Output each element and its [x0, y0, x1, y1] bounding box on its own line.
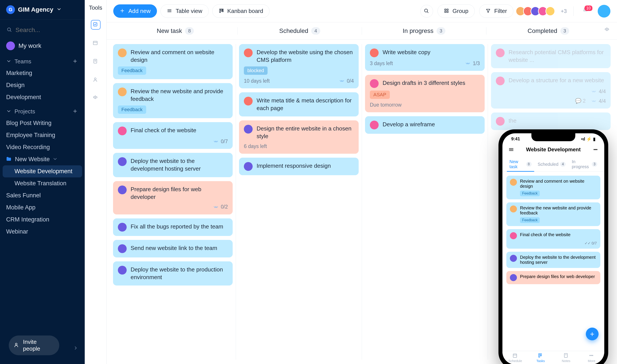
search-input[interactable] [15, 26, 78, 34]
column-in-progress: Write website copy3 days left1/3Design d… [362, 44, 488, 360]
projects-header[interactable]: Projects [0, 103, 85, 117]
menu-icon[interactable] [508, 147, 514, 152]
assignee-avatar [118, 223, 127, 232]
svg-point-14 [95, 97, 96, 99]
search-button[interactable] [420, 5, 433, 18]
assignee-avatar [118, 88, 127, 96]
sidebar-project[interactable]: Video Recording [0, 141, 85, 153]
task-card[interactable]: Write website copy3 days left1/3 [365, 44, 485, 71]
task-card[interactable]: Research potential CMS platforms for web… [491, 44, 611, 68]
agency-name: GIM Agency [18, 6, 53, 13]
sidebar-project[interactable]: Mobile App [0, 202, 85, 214]
member-avatar[interactable] [546, 6, 555, 16]
plus-icon[interactable] [72, 59, 79, 65]
member-avatars[interactable] [518, 6, 555, 16]
sidebar: G GIM Agency My work Teams MarketingDesi… [0, 0, 85, 364]
collapse-sidebar-button[interactable] [73, 345, 79, 353]
notifications-button[interactable]: 10 [583, 7, 591, 15]
current-user-avatar[interactable] [598, 5, 610, 18]
signal-icons: •ıl ⚡ ▮ [581, 136, 595, 142]
rail-notes[interactable] [91, 57, 100, 66]
task-card[interactable]: Review the new website and provide feedb… [113, 83, 233, 118]
col-header-completed[interactable]: Completed3 [486, 27, 611, 35]
phone-task-card[interactable]: Deploy the website to the development ho… [506, 252, 600, 268]
phone-nav-item[interactable]: Tasks [528, 353, 553, 363]
task-card[interactable]: Send new website link to the team [113, 240, 233, 258]
svg-point-6 [15, 343, 17, 345]
col-header-progress[interactable]: In progress3 [362, 27, 486, 35]
sidebar-project[interactable]: Webinar [0, 226, 85, 238]
board-settings-button[interactable] [604, 27, 610, 34]
task-card[interactable]: Design drafts in 3 different stylesASAPD… [365, 75, 485, 112]
user-avatar-icon [6, 41, 15, 50]
task-card[interactable]: Fix all the bugs reported by the team [113, 218, 233, 236]
phone-tab[interactable]: New task8 [507, 157, 534, 171]
sidebar-my-work[interactable]: My work [0, 38, 85, 53]
sidebar-search[interactable] [4, 24, 80, 36]
group-button[interactable]: Group [438, 4, 475, 18]
sidebar-project-child[interactable]: Website Development [3, 165, 82, 177]
phone-tab[interactable]: In progress3 [569, 157, 600, 171]
svg-point-0 [7, 28, 11, 31]
task-card[interactable]: Deploy the website to the production env… [113, 261, 233, 286]
task-card[interactable]: Develop a wireframe [365, 116, 485, 134]
sidebar-team[interactable]: Marketing [0, 67, 85, 79]
task-card[interactable]: Develop a structure for a new website4/4… [491, 72, 611, 109]
col-header-new[interactable]: New task8 [113, 27, 237, 35]
rail-tasks[interactable] [91, 20, 100, 30]
table-view-button[interactable]: Table view [161, 4, 208, 18]
col-header-scheduled[interactable]: Scheduled4 [237, 27, 362, 35]
invite-people-button[interactable]: Invite people [9, 336, 59, 355]
sidebar-project-folder[interactable]: New Website [0, 153, 85, 165]
task-card[interactable]: Write meta title & meta description for … [239, 92, 359, 117]
rail-calendar[interactable] [91, 38, 100, 48]
rail-people[interactable] [91, 75, 100, 85]
sidebar-project[interactable]: Blog Post Writing [0, 117, 85, 129]
task-card[interactable]: the [491, 113, 611, 130]
sidebar-project[interactable]: Sales Funnel [0, 189, 85, 202]
sidebar-project-child[interactable]: Website Translation [0, 177, 85, 189]
sidebar-project[interactable]: Employee Training [0, 129, 85, 141]
sidebar-team[interactable]: Development [0, 91, 85, 103]
gear-icon [604, 27, 610, 34]
svg-point-30 [606, 29, 608, 31]
add-new-button[interactable]: Add new [113, 4, 157, 18]
chevron-down-icon [53, 156, 59, 162]
phone-nav-item[interactable]: Schedule [502, 353, 528, 363]
assignee-avatar [118, 157, 127, 166]
task-card[interactable]: Review and comment on website designFeed… [113, 44, 233, 79]
subtask-count: 4/4 [591, 88, 606, 94]
task-card[interactable]: Prepare design files for web developer0/… [113, 181, 233, 214]
task-tag: ASAP [370, 91, 390, 99]
task-tag: Feedback [118, 66, 146, 75]
phone-task-card[interactable]: Prepare design files for web developer [506, 271, 600, 284]
task-tag: Feedback [118, 105, 146, 114]
filter-button[interactable]: Filter [479, 4, 513, 18]
due-label: Due tomorrow [370, 102, 401, 108]
rail-settings[interactable] [91, 94, 100, 103]
phone-nav-item[interactable]: Notes [553, 353, 579, 363]
phone-nav-item[interactable]: More [579, 353, 604, 363]
sidebar-team[interactable]: Design [0, 79, 85, 91]
more-members-count[interactable]: +3 [561, 8, 567, 14]
task-card[interactable]: Develop the website using the chosen CMS… [239, 44, 359, 88]
kanban-view-button[interactable]: Kanban board [212, 4, 270, 18]
task-card[interactable]: Final check of the website0/7 [113, 122, 233, 149]
task-card[interactable]: Implement responsive design [239, 158, 359, 175]
dots-icon[interactable] [593, 147, 598, 152]
phone-fab[interactable]: + [586, 328, 599, 340]
phone-task-card[interactable]: Final check of the website✓✓ 0/7 [506, 229, 600, 249]
teams-header[interactable]: Teams [0, 53, 85, 67]
task-card[interactable]: Design the entire website in a chosen st… [239, 120, 359, 154]
sidebar-project[interactable]: CRM Integration [0, 214, 85, 226]
task-card[interactable]: Deploy the website to the development ho… [113, 153, 233, 177]
phone-task-card[interactable]: Review the new website and provide feedb… [506, 202, 600, 226]
plus-icon [120, 8, 126, 14]
phone-task-card[interactable]: Review and comment on website designFeed… [506, 176, 600, 199]
assignee-avatar [496, 117, 505, 126]
task-title: Final check of the website [131, 127, 228, 134]
workspace-switcher[interactable]: G GIM Agency [0, 0, 85, 20]
list-icon [167, 8, 173, 14]
phone-tab[interactable]: Scheduled4 [535, 157, 568, 171]
plus-icon[interactable] [72, 109, 79, 115]
